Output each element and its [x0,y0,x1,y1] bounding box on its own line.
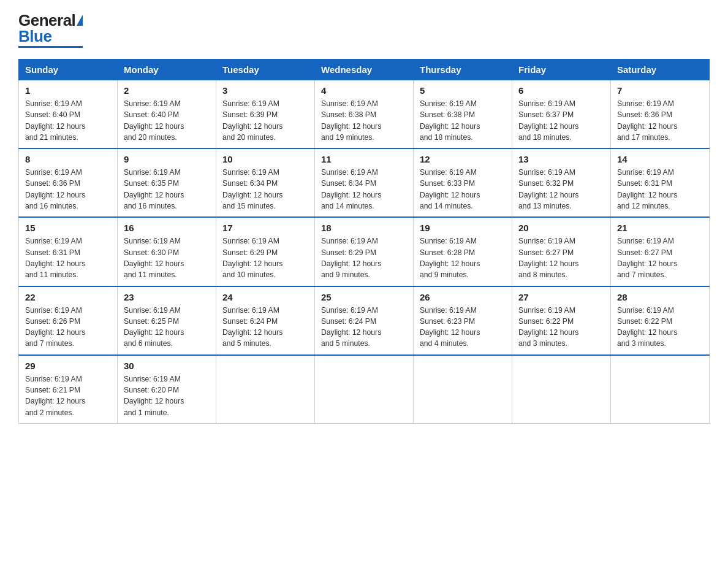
calendar-cell [512,355,611,424]
day-number: 17 [222,223,308,233]
day-info: Sunrise: 6:19 AMSunset: 6:33 PMDaylight:… [420,167,506,212]
day-info: Sunrise: 6:19 AMSunset: 6:28 PMDaylight:… [420,236,506,280]
logo-triangle-icon [77,15,83,26]
day-number: 28 [617,292,703,302]
calendar-week-row: 8 Sunrise: 6:19 AMSunset: 6:36 PMDayligh… [19,148,710,217]
day-info: Sunrise: 6:19 AMSunset: 6:24 PMDaylight:… [321,305,407,350]
day-info: Sunrise: 6:19 AMSunset: 6:27 PMDaylight:… [518,236,604,280]
day-info: Sunrise: 6:19 AMSunset: 6:21 PMDaylight:… [25,373,111,418]
day-number: 18 [321,223,407,233]
calendar-cell: 26 Sunrise: 6:19 AMSunset: 6:23 PMDaylig… [414,286,512,355]
calendar-cell: 2 Sunrise: 6:19 AMSunset: 6:40 PMDayligh… [118,80,216,149]
calendar-week-row: 15 Sunrise: 6:19 AMSunset: 6:31 PMDaylig… [19,217,710,286]
calendar-cell: 25 Sunrise: 6:19 AMSunset: 6:24 PMDaylig… [315,286,414,355]
calendar-week-row: 29 Sunrise: 6:19 AMSunset: 6:21 PMDaylig… [19,355,710,424]
day-info: Sunrise: 6:19 AMSunset: 6:31 PMDaylight:… [617,167,703,212]
calendar-cell: 17 Sunrise: 6:19 AMSunset: 6:29 PMDaylig… [216,217,315,286]
calendar-cell [414,355,512,424]
day-number: 21 [617,223,703,233]
day-info: Sunrise: 6:19 AMSunset: 6:26 PMDaylight:… [25,305,111,350]
day-info: Sunrise: 6:19 AMSunset: 6:38 PMDaylight:… [420,98,506,143]
calendar-cell: 11 Sunrise: 6:19 AMSunset: 6:34 PMDaylig… [315,148,414,217]
day-info: Sunrise: 6:19 AMSunset: 6:35 PMDaylight:… [124,167,210,212]
calendar-header-row: SundayMondayTuesdayWednesdayThursdayFrid… [19,59,710,80]
day-info: Sunrise: 6:19 AMSunset: 6:40 PMDaylight:… [25,98,111,143]
day-number: 6 [518,85,604,96]
day-info: Sunrise: 6:19 AMSunset: 6:37 PMDaylight:… [518,98,604,143]
calendar-cell: 22 Sunrise: 6:19 AMSunset: 6:26 PMDaylig… [19,286,118,355]
day-info: Sunrise: 6:19 AMSunset: 6:30 PMDaylight:… [124,236,210,280]
calendar-cell: 20 Sunrise: 6:19 AMSunset: 6:27 PMDaylig… [512,217,611,286]
calendar-cell: 15 Sunrise: 6:19 AMSunset: 6:31 PMDaylig… [19,217,118,286]
day-info: Sunrise: 6:19 AMSunset: 6:22 PMDaylight:… [518,305,604,350]
day-info: Sunrise: 6:19 AMSunset: 6:29 PMDaylight:… [321,236,407,280]
calendar-cell: 30 Sunrise: 6:19 AMSunset: 6:20 PMDaylig… [118,355,216,424]
calendar-cell: 18 Sunrise: 6:19 AMSunset: 6:29 PMDaylig… [315,217,414,286]
day-info: Sunrise: 6:19 AMSunset: 6:34 PMDaylight:… [321,167,407,212]
page-header: General Blue [18,12,710,48]
day-info: Sunrise: 6:19 AMSunset: 6:29 PMDaylight:… [222,236,308,280]
calendar-week-row: 22 Sunrise: 6:19 AMSunset: 6:26 PMDaylig… [19,286,710,355]
day-header-saturday: Saturday [611,59,710,80]
day-info: Sunrise: 6:19 AMSunset: 6:38 PMDaylight:… [321,98,407,143]
day-number: 10 [222,154,308,164]
day-header-thursday: Thursday [414,59,512,80]
day-info: Sunrise: 6:19 AMSunset: 6:31 PMDaylight:… [25,236,111,280]
day-number: 20 [518,223,604,233]
calendar-body: 1 Sunrise: 6:19 AMSunset: 6:40 PMDayligh… [19,80,710,424]
day-number: 25 [321,292,407,302]
day-header-wednesday: Wednesday [315,59,414,80]
calendar-cell: 3 Sunrise: 6:19 AMSunset: 6:39 PMDayligh… [216,80,315,149]
calendar-table: SundayMondayTuesdayWednesdayThursdayFrid… [18,59,710,424]
calendar-cell: 19 Sunrise: 6:19 AMSunset: 6:28 PMDaylig… [414,217,512,286]
day-number: 27 [518,292,604,302]
day-number: 19 [420,223,506,233]
day-info: Sunrise: 6:19 AMSunset: 6:36 PMDaylight:… [25,167,111,212]
day-number: 14 [617,154,703,164]
day-info: Sunrise: 6:19 AMSunset: 6:27 PMDaylight:… [617,236,703,280]
day-info: Sunrise: 6:19 AMSunset: 6:39 PMDaylight:… [222,98,308,143]
logo: General Blue [18,12,83,48]
day-info: Sunrise: 6:19 AMSunset: 6:32 PMDaylight:… [518,167,604,212]
day-info: Sunrise: 6:19 AMSunset: 6:36 PMDaylight:… [617,98,703,143]
day-info: Sunrise: 6:19 AMSunset: 6:24 PMDaylight:… [222,305,308,350]
day-number: 15 [25,223,111,233]
day-number: 9 [124,154,210,164]
day-number: 7 [617,85,703,96]
day-number: 23 [124,292,210,302]
day-info: Sunrise: 6:19 AMSunset: 6:25 PMDaylight:… [124,305,210,350]
calendar-cell: 24 Sunrise: 6:19 AMSunset: 6:24 PMDaylig… [216,286,315,355]
day-number: 26 [420,292,506,302]
logo-underline [18,46,83,48]
calendar-cell: 5 Sunrise: 6:19 AMSunset: 6:38 PMDayligh… [414,80,512,149]
calendar-cell: 14 Sunrise: 6:19 AMSunset: 6:31 PMDaylig… [611,148,710,217]
calendar-cell: 16 Sunrise: 6:19 AMSunset: 6:30 PMDaylig… [118,217,216,286]
calendar-week-row: 1 Sunrise: 6:19 AMSunset: 6:40 PMDayligh… [19,80,710,149]
logo-general-text: General [18,12,75,28]
day-number: 13 [518,154,604,164]
day-number: 3 [222,85,308,96]
calendar-cell: 4 Sunrise: 6:19 AMSunset: 6:38 PMDayligh… [315,80,414,149]
logo-blue-text: Blue [18,28,51,44]
calendar-cell: 8 Sunrise: 6:19 AMSunset: 6:36 PMDayligh… [19,148,118,217]
day-number: 4 [321,85,407,96]
day-header-monday: Monday [118,59,216,80]
day-number: 22 [25,292,111,302]
day-header-sunday: Sunday [19,59,118,80]
day-number: 24 [222,292,308,302]
day-number: 11 [321,154,407,164]
day-number: 5 [420,85,506,96]
day-header-tuesday: Tuesday [216,59,315,80]
calendar-cell [216,355,315,424]
day-number: 16 [124,223,210,233]
day-info: Sunrise: 6:19 AMSunset: 6:20 PMDaylight:… [124,373,210,418]
calendar-cell [611,355,710,424]
day-info: Sunrise: 6:19 AMSunset: 6:40 PMDaylight:… [124,98,210,143]
calendar-cell: 1 Sunrise: 6:19 AMSunset: 6:40 PMDayligh… [19,80,118,149]
day-number: 2 [124,85,210,96]
day-number: 8 [25,154,111,164]
day-number: 29 [25,361,111,371]
calendar-cell: 13 Sunrise: 6:19 AMSunset: 6:32 PMDaylig… [512,148,611,217]
calendar-cell: 28 Sunrise: 6:19 AMSunset: 6:22 PMDaylig… [611,286,710,355]
day-number: 30 [124,361,210,371]
